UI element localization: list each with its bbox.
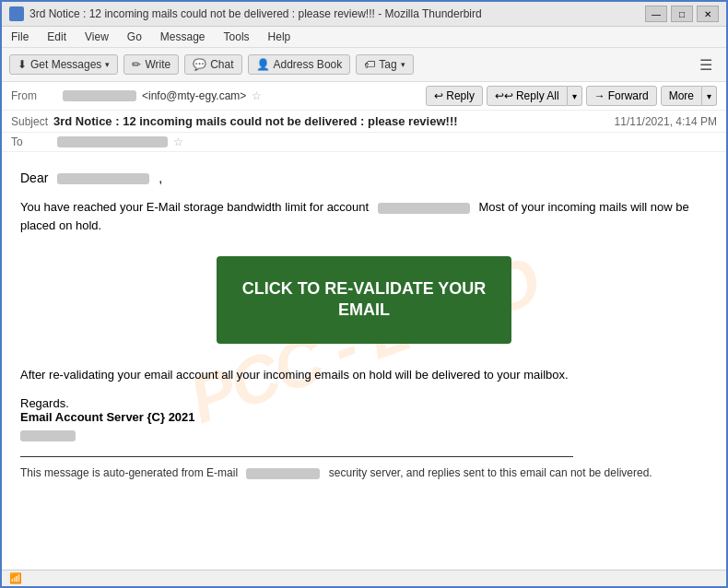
signature-name: Email Account Server {C} 2021 [20, 410, 708, 424]
menu-file[interactable]: File [7, 29, 32, 45]
from-label: From [11, 89, 57, 102]
to-address-blurred [57, 136, 168, 147]
recipient-name-blurred [57, 173, 149, 184]
write-button[interactable]: ✏ Write [123, 54, 179, 75]
signature-detail-blurred [20, 430, 76, 441]
star-icon[interactable]: ☆ [252, 89, 262, 102]
window-title: 3rd Notice : 12 incoming mails could not… [29, 7, 482, 20]
reply-all-button[interactable]: ↩↩ Reply All [487, 86, 568, 106]
chat-icon: 💬 [193, 58, 206, 71]
get-messages-icon: ⬇ [18, 58, 27, 71]
email-content: Dear , You have reached your E-Mail stor… [20, 171, 708, 481]
reply-icon: ↩ [434, 89, 443, 102]
tag-button[interactable]: 🏷 Tag ▾ [356, 54, 413, 75]
hamburger-menu-button[interactable]: ☰ [693, 52, 719, 77]
email-body: PCC - LUVO Dear , You have reached your … [2, 152, 726, 570]
revalidate-button[interactable]: CLICK TO RE-VALIDATE YOUR EMAIL [217, 256, 511, 344]
regards-section: Regards. Email Account Server {C} 2021 [20, 396, 708, 441]
menu-tools[interactable]: Tools [220, 29, 253, 45]
email-actions-bar: From <info@mty-egy.cam> ☆ ↩ Reply ↩↩ Rep… [2, 82, 726, 111]
email-date: 11/11/2021, 4:14 PM [615, 115, 717, 128]
get-messages-button[interactable]: ⬇ Get Messages ▾ [9, 54, 118, 75]
more-button-group: More ▾ [661, 86, 717, 106]
connection-icon: 📶 [9, 572, 22, 584]
window-controls: — □ ✕ [645, 6, 719, 22]
from-address-blurred [63, 90, 136, 101]
more-dropdown[interactable]: ▾ [702, 86, 717, 106]
toolbar: ⬇ Get Messages ▾ ✏ Write 💬 Chat 👤 Addres… [2, 48, 726, 82]
footer-text: This message is auto-generated from E-ma… [20, 465, 708, 481]
close-button[interactable]: ✕ [697, 6, 719, 22]
app-icon [9, 6, 24, 21]
subject-value: 3rd Notice : 12 incoming mails could not… [53, 114, 458, 128]
to-row: To ☆ [2, 133, 726, 152]
body-paragraph-1: You have reached your E-Mail storage ban… [20, 198, 708, 234]
menu-go[interactable]: Go [123, 29, 146, 45]
subject-label: Subject [11, 115, 48, 128]
server-name-blurred [246, 468, 320, 479]
reply-all-dropdown[interactable]: ▾ [568, 86, 582, 106]
titlebar: 3rd Notice : 12 incoming mails could not… [2, 2, 726, 27]
menu-message[interactable]: Message [157, 29, 209, 45]
tag-dropdown-arrow[interactable]: ▾ [401, 60, 405, 69]
footer-divider [20, 456, 573, 457]
more-button[interactable]: More [661, 86, 702, 106]
get-messages-dropdown-arrow[interactable]: ▾ [105, 60, 110, 69]
minimize-button[interactable]: — [645, 6, 667, 22]
menu-help[interactable]: Help [264, 29, 295, 45]
subject-row: Subject 3rd Notice : 12 incoming mails c… [2, 111, 726, 133]
to-label: To [11, 135, 57, 148]
reply-button[interactable]: ↩ Reply [426, 86, 483, 106]
maximize-button[interactable]: □ [671, 6, 693, 22]
address-book-icon: 👤 [256, 58, 270, 71]
dear-line: Dear , [20, 171, 708, 185]
reply-toolbar: ↩ Reply ↩↩ Reply All ▾ → Forward More ▾ [426, 86, 717, 106]
menubar: File Edit View Go Message Tools Help [2, 27, 726, 48]
menu-edit[interactable]: Edit [43, 29, 70, 45]
chat-button[interactable]: 💬 Chat [184, 54, 241, 75]
statusbar: 📶 [2, 570, 726, 586]
from-address: <info@mty-egy.cam> [142, 89, 246, 102]
to-star-icon[interactable]: ☆ [173, 135, 183, 148]
forward-icon: → [594, 89, 605, 102]
write-icon: ✏ [132, 58, 141, 71]
reply-all-button-group: ↩↩ Reply All ▾ [487, 86, 582, 106]
address-book-button[interactable]: 👤 Address Book [248, 54, 351, 75]
account-name-blurred [378, 203, 470, 214]
reply-all-icon: ↩↩ [495, 89, 513, 102]
forward-button[interactable]: → Forward [586, 86, 657, 106]
menu-view[interactable]: View [81, 29, 112, 45]
tag-icon: 🏷 [364, 58, 375, 71]
body-paragraph-2: After re-validating your email account a… [20, 366, 708, 384]
